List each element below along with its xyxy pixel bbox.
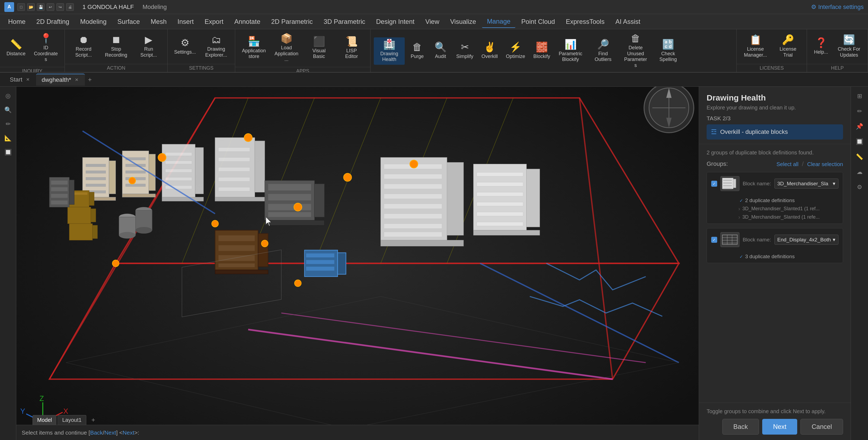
cancel-button[interactable]: Cancel (801, 419, 843, 435)
ribbon-btn-id-coordinates[interactable]: 📍 ID Coordinates (30, 31, 61, 65)
ribbon-btn-simplify[interactable]: ✂ Simplify (453, 40, 476, 62)
back-button[interactable]: Back (722, 419, 759, 435)
svg-point-104 (410, 160, 418, 168)
ribbon-btn-load-application[interactable]: 📦 Load Application... (271, 31, 302, 65)
ribbon-btn-lisp-editor[interactable]: 📜 LISP Editor (336, 34, 367, 62)
menu-visualize[interactable]: Visualize (445, 16, 481, 28)
open-btn[interactable]: 📂 (27, 3, 35, 11)
block-group-2-checkbox[interactable]: ✓ (711, 237, 717, 243)
draw-tool-btn[interactable]: ✏ (2, 118, 14, 130)
edit-panel-btn[interactable]: ✏ (854, 105, 866, 117)
cloud-panel-btn[interactable]: ☁ (854, 166, 866, 178)
ribbon-btn-visual-basic[interactable]: ⬛ Visual Basic (304, 34, 335, 62)
ribbon-btn-record-script[interactable]: ⏺ Record Script... (68, 33, 99, 60)
ribbon-btn-drawing-health[interactable]: 🏥 Drawing Health (374, 37, 405, 65)
svg-rect-25 (126, 184, 145, 187)
ribbon-btn-run-script[interactable]: ▶ Run Script... (133, 33, 164, 60)
menu-insert[interactable]: Insert (173, 16, 198, 28)
properties-panel-btn[interactable]: ⊞ (854, 90, 866, 102)
menubar: Home 2D Drafting Modeling Surface Mesh I… (0, 14, 868, 29)
ribbon-btn-overkill[interactable]: ✌ Overkill (478, 40, 501, 62)
ribbon-btn-blockify[interactable]: 🧱 Blockify (530, 40, 553, 62)
settings-panel-btn[interactable]: ⚙ (854, 181, 866, 194)
ribbon-btn-purge[interactable]: 🗑 Purge (406, 40, 428, 62)
block-group-1-checkbox[interactable]: ✓ (711, 181, 717, 187)
ribbon-btn-application-store[interactable]: 🏪 Application store (239, 34, 269, 62)
status-default-keyword: Next (123, 430, 134, 436)
app-icon[interactable]: A (4, 2, 14, 12)
ribbon-label-inquiry: INQUIRY (0, 67, 65, 73)
menu-view[interactable]: View (421, 16, 444, 28)
menu-annotate[interactable]: Annotate (229, 16, 265, 28)
next-button[interactable]: Next (762, 419, 797, 435)
model-tabs: Model Layout1 + (33, 415, 98, 425)
ribbon-btn-optimize[interactable]: ⚡ Optimize (503, 40, 528, 62)
model-tab-add[interactable]: + (88, 415, 98, 425)
block-name-dropdown-1[interactable]: 3D_Merchandiser_Sla ▾ (774, 178, 838, 189)
menu-manage[interactable]: Manage (482, 15, 516, 28)
ribbon-btn-parametric-blockify[interactable]: 📊 Parametric Blockify (555, 37, 586, 65)
save-btn[interactable]: 💾 (37, 3, 44, 11)
svg-point-100 (158, 154, 166, 162)
tab-dwghealth-close[interactable]: ✕ (74, 77, 80, 83)
menu-expresstools[interactable]: ExpressTools (561, 16, 610, 28)
ribbon-btn-delete-unused-parameters[interactable]: 🗑 Delete Unused Parameters (620, 31, 651, 70)
ribbon-btn-license-trial[interactable]: 🔑 License Trial (773, 33, 803, 60)
redo-btn[interactable]: ↪ (56, 3, 64, 11)
settings-icon: ⚙ (181, 38, 189, 48)
zoom-tool-btn[interactable]: 🔍 (2, 104, 14, 116)
tab-add-button[interactable]: + (85, 75, 95, 84)
block-name-dropdown-2[interactable]: End_Display_4x2_Both ▾ (774, 235, 838, 245)
ribbon-help-items: ❓ Help... 🔄 Check For Updates (807, 29, 868, 64)
ribbon-btn-distance[interactable]: 📏 Distance (3, 37, 29, 59)
measure-tool-btn[interactable]: 📐 (2, 132, 14, 144)
new-btn[interactable]: □ (18, 3, 25, 11)
menu-design-intent[interactable]: Design Intent (371, 16, 419, 28)
block-name-value-2: End_Display_4x2_Both (777, 237, 831, 243)
menu-modeling[interactable]: Modeling (75, 16, 111, 28)
menu-point-cloud[interactable]: Point Cloud (517, 16, 560, 28)
interface-settings-button[interactable]: ⚙ Interface settings (811, 3, 864, 10)
left-panel: ◎ 🔍 ✏ 📐 🔲 (0, 87, 16, 440)
ribbon-btn-check-for-updates[interactable]: 🔄 Check For Updates (834, 33, 865, 60)
block-tool-btn[interactable]: 🔲 (2, 146, 14, 158)
select-all-link[interactable]: Select all (777, 161, 799, 167)
svg-rect-99 (51, 201, 67, 205)
clear-selection-link[interactable]: Clear selection (807, 161, 843, 167)
plot-btn[interactable]: 🖨 (66, 3, 74, 11)
ribbon-btn-find-outliers[interactable]: 🔎 Find Outliers (588, 37, 618, 65)
undo-btn[interactable]: ↩ (46, 3, 54, 11)
viewport[interactable]: X Y Z Model Layout1 + Select items and c… (16, 87, 699, 440)
ribbon-btn-help[interactable]: ❓ Help... (810, 36, 832, 58)
svg-text:X: X (63, 407, 68, 415)
application-store-icon: 🏪 (248, 37, 260, 46)
ribbon-btn-check-spelling[interactable]: 🔡 Check Spelling (653, 37, 684, 65)
menu-ai-assist[interactable]: AI Assist (611, 16, 645, 28)
ribbon-btn-drawing-explorer[interactable]: 🗂 Drawing Explorer... (201, 33, 231, 60)
block-panel-btn[interactable]: 🔲 (854, 135, 866, 148)
ribbon-btn-audit[interactable]: 🔍 Audit (430, 40, 452, 62)
pin-panel-btn[interactable]: 📌 (854, 120, 866, 133)
model-tab-layout1[interactable]: Layout1 (58, 415, 86, 425)
measure-panel-btn[interactable]: 📏 (854, 150, 866, 163)
menu-surface[interactable]: Surface (113, 16, 145, 28)
menu-home[interactable]: Home (3, 16, 30, 28)
svg-rect-48 (93, 226, 97, 239)
titlebar: A □ 📂 💾 ↩ ↪ 🖨 1 GONDOLA HALF Modeling ⚙ … (0, 0, 868, 14)
tab-start-close[interactable]: ✕ (25, 76, 31, 82)
ribbon-btn-settings[interactable]: ⚙ Settings... (171, 36, 199, 58)
svg-rect-56 (314, 184, 324, 217)
panel-subtitle: Explore your drawing and clean it up. (707, 105, 843, 111)
menu-mesh[interactable]: Mesh (146, 16, 172, 28)
tab-dwghealth[interactable]: dwghealth* ✕ (36, 74, 85, 86)
menu-export[interactable]: Export (199, 16, 228, 28)
menu-2d-parametric[interactable]: 2D Parametric (267, 16, 318, 28)
menu-2d-drafting[interactable]: 2D Drafting (31, 16, 74, 28)
model-tab-model[interactable]: Model (33, 415, 56, 425)
tab-start[interactable]: Start ✕ (4, 74, 36, 86)
svg-rect-73 (384, 194, 442, 199)
ribbon-btn-stop-recording[interactable]: ⏹ Stop Recording (101, 33, 131, 60)
ribbon-btn-license-manager[interactable]: 📋 License Manager... (740, 33, 771, 60)
menu-3d-parametric[interactable]: 3D Parametric (319, 16, 370, 28)
select-tool-btn[interactable]: ◎ (2, 90, 14, 102)
